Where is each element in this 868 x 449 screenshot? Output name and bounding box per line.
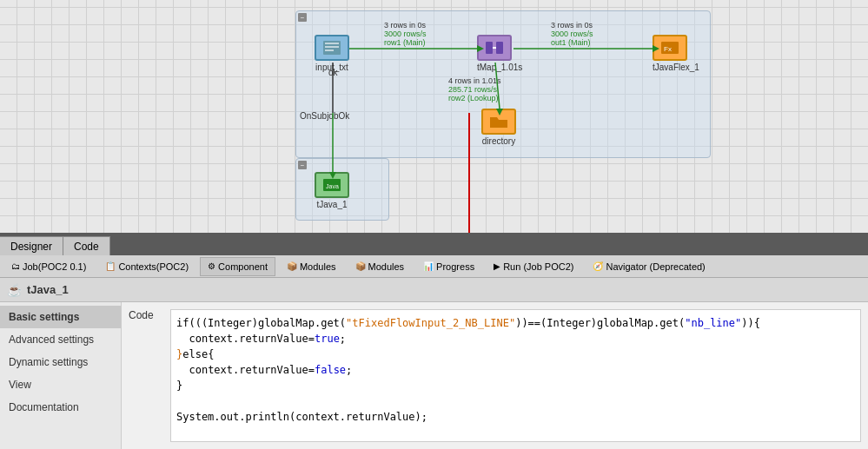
tab-code[interactable]: Code [63, 236, 110, 255]
canvas-area: − − 3 rows in 0s 3000 rows/s row1 (Main)… [0, 0, 868, 233]
flow-sublabel-3: 285.71 rows/s [448, 85, 497, 94]
node-tjavaflex[interactable]: Fx tJavaFlex_1 [653, 35, 699, 72]
toolbar-run-label: Run (Job POC2) [503, 261, 573, 272]
dynamic-settings-label: Dynamic settings [9, 356, 88, 368]
svg-rect-4 [486, 42, 493, 54]
java-icon: ☕ [7, 283, 22, 297]
run-icon: ▶ [494, 261, 500, 271]
toolbar-component-label: Component [218, 261, 268, 272]
sidebar-item-view[interactable]: View [0, 373, 121, 396]
designer-code-tabs: Designer Code [0, 233, 868, 255]
sidebar-item-basic-settings[interactable]: Basic settings [0, 306, 121, 328]
onsubjob-label: OnSubjobOk [300, 111, 349, 121]
sidebar-item-advanced-settings[interactable]: Advanced settings [0, 328, 121, 351]
node-directory[interactable]: directory [481, 109, 516, 146]
content-area: Basic settings Advanced settings Dynamic… [0, 302, 868, 449]
sidebar-item-dynamic-settings[interactable]: Dynamic settings [0, 351, 121, 373]
toolbar-progress[interactable]: 📊 Progress [415, 257, 482, 276]
toolbar-component[interactable]: ⚙ Component [200, 257, 275, 276]
toolbar-job[interactable]: 🗂 Job(POC2 0.1) [3, 257, 94, 276]
svg-text:Fx: Fx [664, 45, 672, 53]
svg-rect-1 [325, 43, 339, 44]
toolbar-job-label: Job(POC2 0.1) [23, 261, 86, 272]
flow-sublabel2-1: row1 (Main) [384, 38, 426, 47]
toolbar-navigator[interactable]: 🧭 Navigator (Deprecated) [585, 257, 712, 276]
collapse-btn-1[interactable]: − [298, 13, 307, 22]
toolbar-contexts[interactable]: 📋 Contexts(POC2) [97, 257, 196, 276]
flow-label-3: 4 rows in 1.01s [448, 76, 501, 85]
code-area: Code if(((Integer)globalMap.get("tFixedF… [122, 302, 868, 449]
tab-designer-label: Designer [10, 241, 52, 253]
main-bottom: ☕ tJava_1 Basic settings Advanced settin… [0, 278, 868, 449]
component-header: ☕ tJava_1 [0, 278, 868, 302]
ok-label: ok [328, 68, 338, 77]
toolbar-modules1[interactable]: 📦 Modules [279, 257, 344, 276]
flow-sublabel2-2: out1 (Main) [551, 38, 591, 47]
toolbar-run[interactable]: ▶ Run (Job POC2) [486, 257, 581, 276]
svg-rect-5 [496, 42, 503, 54]
flow-label-2: 3 rows in 0s [551, 21, 593, 30]
modules2-icon: 📦 [355, 261, 366, 271]
flow-label-1: 3 rows in 0s [384, 21, 426, 30]
code-label: Code [129, 309, 163, 442]
flow-sublabel-2: 3000 rows/s [551, 30, 593, 38]
component-title: tJava_1 [27, 283, 69, 296]
modules1-icon: 📦 [287, 261, 297, 271]
collapse-btn-2[interactable]: − [298, 161, 307, 169]
toolbar-modules2-label: Modules [368, 261, 405, 272]
view-label: View [9, 379, 31, 391]
svg-text:Java: Java [326, 183, 339, 189]
node-input-txt[interactable]: input_txt [315, 35, 349, 72]
contexts-icon: 📋 [105, 261, 116, 271]
code-editor[interactable]: if(((Integer)globalMap.get("tFixedFlowIn… [170, 309, 861, 442]
flow-sublabel-1: 3000 rows/s [384, 30, 427, 38]
navigator-icon: 🧭 [593, 261, 603, 271]
toolbar-contexts-label: Contexts(POC2) [118, 261, 189, 272]
node-tjava1[interactable]: Java tJava_1 [315, 172, 349, 209]
toolbar-modules2[interactable]: 📦 Modules [348, 257, 413, 276]
tab-designer[interactable]: Designer [0, 236, 63, 255]
toolbar-navigator-label: Navigator (Deprecated) [606, 261, 705, 272]
svg-rect-3 [325, 50, 334, 51]
progress-icon: 📊 [423, 261, 434, 271]
advanced-settings-label: Advanced settings [9, 333, 94, 346]
job-icon: 🗂 [11, 261, 20, 271]
toolbar-progress-label: Progress [436, 261, 474, 272]
left-sidebar: Basic settings Advanced settings Dynamic… [0, 302, 122, 449]
basic-settings-label: Basic settings [9, 311, 79, 323]
flow-sublabel2-3: row2 (Lookup) [448, 94, 499, 102]
component-icon: ⚙ [208, 261, 215, 271]
node-tmap[interactable]: tMap_1.01s [477, 35, 522, 72]
bottom-toolbar: 🗂 Job(POC2 0.1) 📋 Contexts(POC2) ⚙ Compo… [0, 255, 868, 278]
documentation-label: Documentation [9, 401, 79, 413]
svg-rect-2 [325, 46, 339, 48]
toolbar-modules1-label: Modules [300, 261, 336, 272]
tab-code-label: Code [74, 241, 99, 253]
sidebar-item-documentation[interactable]: Documentation [0, 396, 121, 419]
